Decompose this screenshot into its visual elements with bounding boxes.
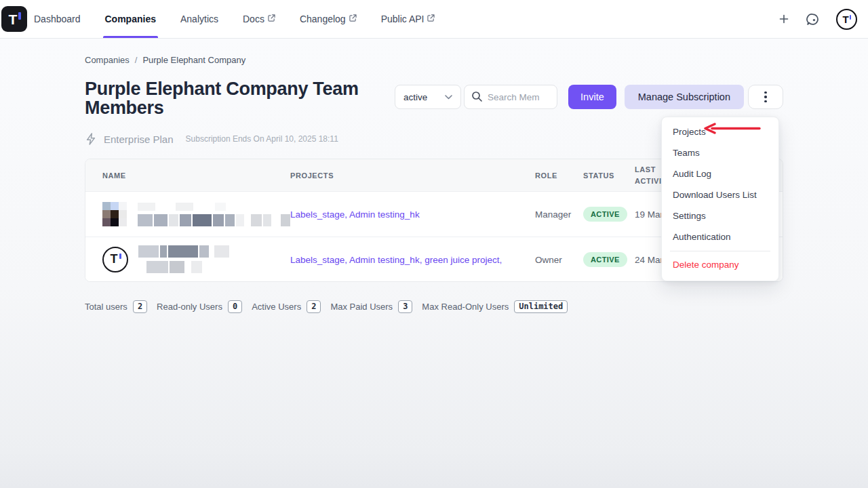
menu-item-settings[interactable]: Settings — [662, 205, 778, 226]
menu-item-projects[interactable]: Projects — [662, 121, 778, 142]
external-link-icon — [268, 14, 275, 22]
member-name-cell: T — [85, 245, 290, 273]
add-icon[interactable] — [778, 14, 789, 24]
menu-item-teams[interactable]: Teams — [662, 142, 778, 163]
nav-label: Public API — [381, 14, 425, 24]
nav-item-changelog[interactable]: Changelog — [300, 0, 357, 38]
nav-item-dashboard[interactable]: Dashboard — [34, 0, 81, 38]
member-role: Manager — [535, 209, 571, 220]
stat-active-users: Active Users2 — [252, 300, 321, 313]
member-last-activity: 24 Mar — [635, 255, 663, 265]
user-stats-row: Total users2 Read-only Users0 Active Use… — [85, 300, 783, 313]
stat-max-paid-users: Max Paid Users3 — [330, 300, 412, 313]
status-filter-select[interactable]: active — [395, 85, 461, 109]
nav-item-docs[interactable]: Docs — [243, 0, 275, 38]
breadcrumb: Companies / Purple Elephant Company — [85, 39, 783, 65]
top-nav: T Dashboard Companies Analytics Docs Cha… — [0, 0, 868, 39]
app-logo[interactable]: T — [1, 6, 27, 32]
breadcrumb-companies[interactable]: Companies — [85, 55, 130, 65]
member-project-links[interactable]: Labels_stage, Admin testing_hk — [290, 209, 420, 220]
nav-label: Analytics — [180, 14, 218, 24]
manage-subscription-button[interactable]: Manage Subscription — [625, 85, 744, 109]
lightning-icon — [85, 132, 97, 146]
invite-button[interactable]: Invite — [568, 85, 616, 109]
nav-label: Dashboard — [34, 14, 81, 24]
avatar-letter: T — [111, 252, 118, 266]
stat-value: 3 — [398, 300, 412, 313]
breadcrumb-current-company: Purple Elephant Company — [142, 55, 245, 65]
page-title: Purple Elephant Company Team Members — [85, 79, 437, 117]
menu-item-delete-company[interactable]: Delete company — [662, 254, 778, 275]
avatar-letter: T — [842, 14, 848, 25]
chevron-down-icon — [445, 95, 452, 100]
col-header-name: NAME — [85, 171, 290, 180]
search-icon — [471, 91, 483, 102]
app-logo-tick — [18, 12, 21, 20]
menu-item-authentication[interactable]: Authentication — [662, 226, 778, 247]
member-role: Owner — [535, 255, 562, 265]
nav-label: Changelog — [300, 14, 346, 24]
company-actions-menu: Projects Teams Audit Log Download Users … — [661, 117, 779, 281]
col-header-projects: PROJECTS — [290, 171, 538, 180]
nav-item-public-api[interactable]: Public API — [381, 0, 435, 38]
nav-item-companies[interactable]: Companies — [105, 0, 156, 38]
status-badge: ACTIVE — [583, 207, 627, 222]
nav-label: Companies — [105, 14, 156, 24]
stat-value: 0 — [228, 300, 242, 313]
stat-value: 2 — [133, 300, 147, 313]
app-logo-letter: T — [9, 12, 18, 26]
menu-divider — [670, 251, 770, 251]
breadcrumb-separator: / — [135, 55, 138, 65]
chat-support-icon[interactable] — [806, 12, 820, 26]
subscription-end-note: Subscription Ends On April 10, 2025 18:1… — [186, 134, 338, 144]
avatar-logo-tick — [119, 253, 121, 259]
plan-name: Enterprise Plan — [104, 134, 174, 145]
status-badge: ACTIVE — [583, 252, 627, 267]
stat-max-readonly-users: Max Read-Only UsersUnlimited — [422, 300, 568, 313]
external-link-icon — [427, 14, 435, 22]
user-avatar-brand: T — [102, 247, 128, 272]
status-filter-value: active — [403, 92, 427, 102]
nav-right-actions: T — [778, 9, 857, 30]
toolbar: active Invite Manage Subscription — [395, 85, 783, 109]
stat-value: Unlimited — [514, 300, 568, 313]
stat-total-users: Total users2 — [85, 300, 147, 313]
avatar-logo-tick — [850, 15, 852, 20]
member-name-cell — [85, 202, 290, 226]
more-actions-button[interactable] — [748, 85, 783, 109]
nav-item-analytics[interactable]: Analytics — [180, 0, 218, 38]
member-project-links[interactable]: Labels_stage, Admin testing_hk, green ju… — [290, 255, 502, 265]
menu-item-audit-log[interactable]: Audit Log — [662, 163, 778, 184]
member-last-activity: 19 Mar — [635, 209, 663, 220]
search-box — [464, 85, 557, 109]
primary-nav: Dashboard Companies Analytics Docs Chang… — [34, 0, 435, 38]
user-avatar[interactable]: T — [836, 9, 857, 30]
col-header-status: STATUS — [583, 171, 635, 180]
redacted-name — [138, 245, 231, 273]
nav-label: Docs — [243, 14, 264, 24]
redacted-avatar — [102, 202, 127, 226]
menu-item-download-users-list[interactable]: Download Users List — [662, 184, 778, 205]
redacted-name — [138, 203, 292, 226]
external-link-icon — [349, 14, 357, 22]
stat-value: 2 — [307, 300, 321, 313]
stat-readonly-users: Read-only Users0 — [157, 300, 242, 313]
col-header-role: ROLE — [535, 171, 583, 180]
